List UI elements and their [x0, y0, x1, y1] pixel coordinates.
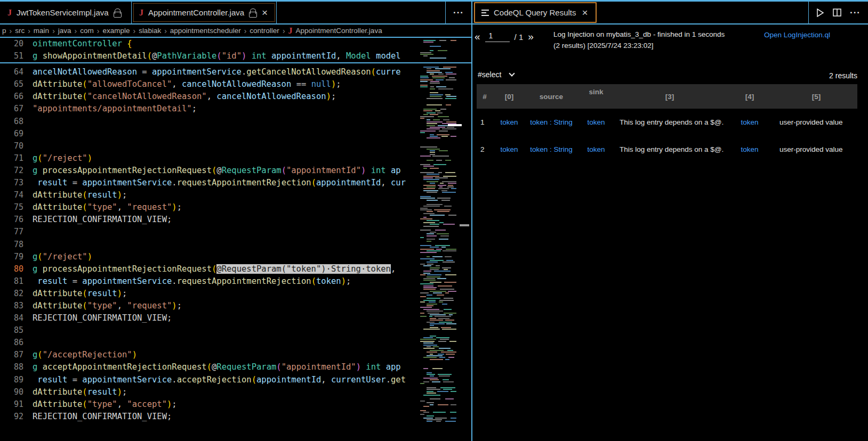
line-number: 66 [0, 91, 23, 103]
code-line: 70 [0, 140, 471, 152]
code-line: 72g processAppointmentRejectionRequest(@… [0, 165, 471, 177]
code-line: 73 result = appointmentService.requestAp… [0, 177, 471, 189]
line-number: 74 [0, 189, 23, 201]
column-header[interactable]: # [477, 84, 493, 109]
result-link[interactable]: token : String [530, 118, 573, 126]
column-header[interactable]: [3] [615, 84, 724, 109]
code-line: 78 [0, 239, 471, 251]
line-number: 67 [0, 103, 23, 115]
code-line: 67"appointments/appointmentDetail"; [0, 103, 471, 115]
chevron-down-icon [509, 70, 515, 76]
chevron-right-icon: › [133, 27, 135, 35]
code-line: 68 [0, 116, 471, 128]
minimap[interactable] [419, 39, 456, 426]
breadcrumb-item[interactable]: example [102, 27, 130, 35]
select-label: #select [478, 70, 501, 79]
scrollbar-handle[interactable] [460, 224, 469, 226]
breadcrumb-file[interactable]: AppointmentController.java [296, 27, 382, 35]
result-number: 1 [477, 109, 493, 136]
java-file-icon: J [7, 8, 12, 18]
line-number: 85 [0, 324, 23, 337]
query-status-text: Log Injection on mybatis_3_db - finished… [553, 29, 733, 51]
tab-appointmentcontroller[interactable]: J AppointmentController.java × [132, 2, 277, 23]
tab-jwttokenserviceimpl[interactable]: J JwtTokenServiceImpl.java [0, 2, 132, 23]
select-dropdown[interactable]: #select [478, 70, 514, 79]
code-line: 89 result = appointmentService.acceptRej… [0, 374, 471, 386]
result-link[interactable]: token [500, 118, 518, 126]
right-tab-bar: CodeQL Query Results × ··· [472, 0, 868, 24]
line-number: 80 [0, 263, 23, 275]
right-editor-actions: ··· [808, 2, 868, 23]
column-header[interactable]: [0] [493, 84, 526, 109]
line-number: 70 [0, 140, 23, 152]
split-editor-icon[interactable] [833, 9, 841, 17]
breadcrumb-item[interactable]: p [2, 27, 6, 35]
line-number: 73 [0, 177, 23, 189]
close-icon[interactable]: × [581, 7, 589, 18]
code-line: 76REJECTION_CONFIRMATION_VIEW; [0, 214, 471, 226]
line-number: 75 [0, 201, 23, 214]
code-editor[interactable]: 20ointmentController {51g showAppointmen… [0, 38, 471, 440]
result-link[interactable]: token [587, 145, 605, 153]
page-number-input[interactable] [485, 31, 510, 42]
tab-codeql-query-results[interactable]: CodeQL Query Results × [474, 2, 597, 23]
column-header[interactable]: [4] [724, 84, 775, 109]
line-number: 91 [0, 398, 23, 411]
code-line: 64ancelNotAllowedReason = appointmentSer… [0, 66, 471, 78]
tab-label: CodeQL Query Results [494, 8, 576, 17]
open-query-file-link[interactable]: Open LogInjection.ql [763, 30, 831, 40]
code-line: 80g processAppointmentRejectionRequest(@… [0, 263, 471, 275]
sticky-scroll: 20ointmentController {51g showAppointmen… [0, 38, 471, 63]
code-line: 91dAttribute("type", "accept"); [0, 398, 471, 411]
breadcrumb-item[interactable]: controller [250, 27, 279, 35]
code-lines: 64ancelNotAllowedReason = appointmentSer… [0, 63, 471, 423]
result-link[interactable]: token [587, 118, 605, 126]
vscode-window: J JwtTokenServiceImpl.java J Appointment… [0, 0, 868, 441]
line-number: 69 [0, 128, 23, 140]
line-number: 72 [0, 165, 23, 177]
query-results-icon [481, 10, 489, 16]
code-line: 20ointmentController { [0, 38, 471, 50]
left-tab-bar: J JwtTokenServiceImpl.java J Appointment… [0, 0, 471, 24]
result-link[interactable]: token : String [530, 145, 573, 153]
prev-page-icon[interactable]: « [475, 31, 480, 43]
line-number: 82 [0, 288, 23, 300]
result-link[interactable]: token [741, 145, 758, 153]
code-line: 86 [0, 337, 471, 349]
chevron-right-icon: › [28, 27, 30, 35]
breadcrumb-item[interactable]: main [34, 27, 49, 35]
breadcrumb-item[interactable]: com [80, 27, 94, 35]
code-line: 79g("/reject") [0, 251, 471, 263]
chevron-right-icon: › [97, 27, 100, 35]
column-header[interactable]: [5] [775, 84, 857, 109]
next-page-icon[interactable]: » [528, 31, 534, 43]
breadcrumb-item[interactable]: src [15, 27, 25, 35]
code-line: 66dAttribute("cancelNotAllowedReason", c… [0, 91, 471, 103]
code-line: 90dAttribute(result); [0, 386, 471, 398]
code-line: 87g("/acceptRejection") [0, 349, 471, 361]
line-number: 81 [0, 275, 23, 288]
more-actions-icon[interactable]: ··· [850, 7, 861, 18]
result-link[interactable]: token [741, 118, 758, 126]
code-line: 77 [0, 226, 471, 238]
line-number: 88 [0, 361, 23, 373]
page-total: / 1 [515, 32, 524, 42]
breadcrumb-item[interactable]: slabiak [139, 27, 161, 35]
chevron-right-icon: › [283, 27, 285, 35]
line-number: 78 [0, 239, 23, 251]
tab-label: JwtTokenServiceImpl.java [17, 8, 109, 17]
results-table: #[0]sourcesink[3][4][5] 1tokentoken : St… [477, 84, 857, 163]
line-number: 84 [0, 312, 23, 324]
close-icon[interactable]: × [261, 7, 269, 18]
breadcrumb-item[interactable]: appointmentscheduler [170, 27, 241, 35]
result-link[interactable]: token [500, 145, 518, 153]
code-line: 83dAttribute("type", "request"); [0, 300, 471, 312]
run-query-icon[interactable] [816, 9, 824, 17]
column-header[interactable]: sink [577, 84, 615, 109]
column-header[interactable]: source [526, 84, 577, 109]
result-message: user-provided value [775, 109, 857, 136]
line-number: 20 [0, 38, 23, 50]
more-actions-icon[interactable]: ··· [453, 7, 464, 18]
results-header-row: #[0]sourcesink[3][4][5] [477, 84, 857, 109]
breadcrumb-item[interactable]: java [58, 27, 71, 35]
